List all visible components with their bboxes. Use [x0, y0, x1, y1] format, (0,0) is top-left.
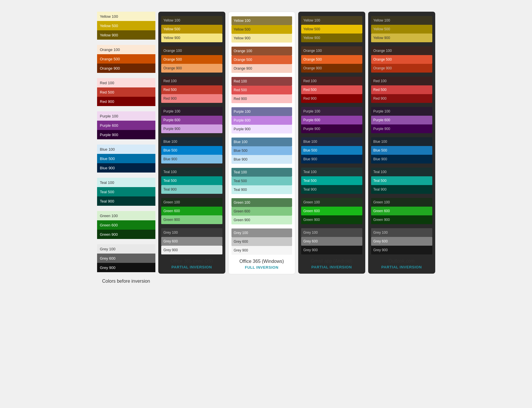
before-group-yellow: Yellow 100Yellow 500Yellow 900: [97, 12, 155, 40]
panel-swatch: Grey 600: [371, 237, 432, 246]
before-swatch: Green 600: [97, 220, 155, 230]
panel-color-group: Purple 100Purple 600Purple 900: [301, 107, 362, 133]
before-group-grey: Grey 100Grey 600Grey 900: [97, 244, 155, 272]
panel-color-group: Red 100Red 500Red 900: [161, 77, 222, 103]
panel-swatch: Teal 100: [371, 168, 432, 176]
before-group-green: Green 100Green 600Green 900: [97, 211, 155, 239]
before-group-purple: Purple 100Purple 600Purple 900: [97, 111, 155, 139]
panel-color-group: Red 100Red 500Red 900: [371, 77, 432, 103]
panel-color-group: Yellow 100Yellow 500Yellow 900: [371, 16, 432, 42]
panel-color-group: Blue 100Blue 500Blue 900: [371, 137, 432, 163]
before-group-orange: Orange 100Orange 500Orange 900: [97, 45, 155, 73]
panel-swatch: Red 100: [371, 77, 432, 85]
panel-swatch: Green 900: [231, 216, 292, 224]
panel-swatch: Grey 100: [371, 228, 432, 237]
panel-swatch: Teal 500: [301, 176, 362, 185]
panel-swatch: Orange 100: [371, 46, 432, 55]
panel-title: Office 365 (mac OS): [161, 258, 222, 264]
panel-swatch: Teal 500: [231, 177, 292, 185]
panel-swatch: Blue 500: [231, 146, 292, 155]
panel-swatch: Teal 900: [231, 185, 292, 194]
panel-swatch: Teal 100: [301, 168, 362, 176]
panel-swatch: Blue 100: [301, 137, 362, 146]
panel-swatch: Yellow 100: [161, 16, 222, 25]
before-group-blue: Blue 100Blue 500Blue 900: [97, 145, 155, 173]
panel-color-group: Purple 100Purple 600Purple 900: [371, 107, 432, 133]
panel-swatch: Red 500: [301, 85, 362, 94]
panel-swatch: Orange 500: [161, 55, 222, 64]
before-swatch: Orange 900: [97, 64, 155, 73]
panel-swatch: Orange 500: [371, 55, 432, 64]
panel-swatch: Blue 900: [301, 155, 362, 163]
panel-color-group: Teal 100Teal 500Teal 900: [371, 168, 432, 194]
before-swatch: Grey 900: [97, 263, 155, 272]
panel-caption: Outlook.comPARTIAL INVERSION: [371, 258, 432, 269]
panel-swatch: Red 900: [161, 94, 222, 103]
panel-swatch: Yellow 500: [371, 25, 432, 34]
panel-swatch: Red 500: [231, 86, 292, 94]
panel-subtitle: PARTIAL INVERSION: [371, 265, 432, 269]
panel-color-group: Teal 100Teal 500Teal 900: [231, 168, 292, 194]
panel-swatch: Orange 500: [301, 55, 362, 64]
before-swatch: Red 100: [97, 78, 155, 87]
panel-swatch: Orange 900: [231, 64, 292, 73]
before-group-red: Red 100Red 500Red 900: [97, 78, 155, 106]
panel-swatch: Grey 900: [231, 246, 292, 255]
panel-color-group: Orange 100Orange 500Orange 900: [231, 47, 292, 73]
panel-swatch: Red 100: [161, 77, 222, 85]
before-swatch: Orange 100: [97, 45, 155, 54]
panel-swatch: Blue 100: [371, 137, 432, 146]
panel-swatch: Blue 100: [231, 138, 292, 146]
panel-swatch: Blue 900: [161, 155, 222, 163]
panel-swatch: Green 900: [161, 215, 222, 224]
panel-color-group: Orange 100Orange 500Orange 900: [301, 46, 362, 73]
panel-swatch: Yellow 900: [231, 34, 292, 43]
panel-caption: Office 365 (Windows)FULL INVERSION: [231, 259, 292, 270]
panel-swatch: Teal 500: [161, 176, 222, 185]
panel-swatch: Green 100: [161, 198, 222, 207]
panel-swatch: Green 100: [231, 198, 292, 207]
panel-swatch: Blue 500: [301, 146, 362, 155]
panel-swatch: Grey 100: [161, 228, 222, 237]
panel-title: Outlook.com: [371, 258, 432, 264]
panel-swatch: Teal 900: [161, 185, 222, 194]
panel-subtitle: PARTIAL INVERSION: [161, 265, 222, 269]
panel-swatch: Green 600: [161, 207, 222, 215]
panel-swatch: Orange 500: [231, 55, 292, 64]
panel-swatch: Red 900: [301, 94, 362, 103]
panel-swatch: Purple 100: [371, 107, 432, 116]
before-swatch: Teal 900: [97, 196, 155, 206]
panel-color-group: Grey 100Grey 600Grey 900: [301, 228, 362, 254]
panel-swatch: Green 900: [301, 215, 362, 224]
panel-swatch: Purple 600: [231, 116, 292, 125]
panel-swatch: Purple 600: [371, 116, 432, 124]
panel-swatch: Yellow 100: [301, 16, 362, 25]
panel-swatch: Blue 500: [161, 146, 222, 155]
panel-swatch: Yellow 500: [301, 25, 362, 34]
panel-swatch: Teal 900: [301, 185, 362, 194]
panel-swatch: Green 600: [231, 207, 292, 216]
before-swatch: Yellow 100: [97, 12, 155, 21]
panel-color-group: Green 100Green 600Green 900: [371, 198, 432, 224]
panel-color-group: Blue 100Blue 500Blue 900: [161, 137, 222, 163]
panel-gmailapp(android): Yellow 100Yellow 500Yellow 900Orange 100…: [298, 12, 365, 274]
panel-color-group: Grey 100Grey 600Grey 900: [231, 228, 292, 255]
panel-swatch: Yellow 900: [371, 34, 432, 42]
panel-swatch: Purple 600: [161, 116, 222, 124]
panel-swatch: Purple 900: [231, 125, 292, 133]
panel-color-group: Blue 100Blue 500Blue 900: [301, 137, 362, 163]
before-swatch: Purple 600: [97, 121, 155, 130]
panel-swatch: Grey 900: [161, 246, 222, 254]
panel-swatch: Yellow 100: [371, 16, 432, 25]
panel-office365(windows): Yellow 100Yellow 500Yellow 900Orange 100…: [228, 12, 295, 274]
panel-swatch: Grey 600: [301, 237, 362, 246]
panel-caption: Office 365 (mac OS)PARTIAL INVERSION: [161, 258, 222, 269]
panel-swatch: Blue 900: [231, 155, 292, 164]
before-swatch: Green 100: [97, 211, 155, 220]
panel-swatch: Red 500: [371, 85, 432, 94]
panel-swatch: Green 600: [371, 207, 432, 215]
before-swatch: Orange 500: [97, 54, 155, 64]
panel-swatch: Orange 900: [371, 64, 432, 73]
panel-color-group: Grey 100Grey 600Grey 900: [371, 228, 432, 254]
panel-swatch: Orange 900: [301, 64, 362, 73]
